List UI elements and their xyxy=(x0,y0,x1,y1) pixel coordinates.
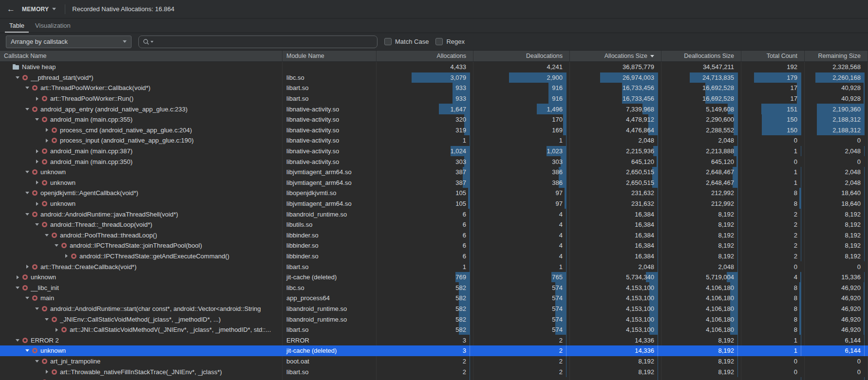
table-row[interactable]: android::AndroidRuntime::javaThreadShell… xyxy=(0,209,868,219)
expand-arrow-icon[interactable] xyxy=(23,265,31,269)
column-header-remaining_size[interactable]: Remaining Size xyxy=(805,51,868,61)
collapse-arrow-icon[interactable] xyxy=(23,349,31,352)
table-row[interactable]: android::IPCThreadState::getAndExecuteCo… xyxy=(0,251,868,262)
collapse-arrow-icon[interactable] xyxy=(43,234,51,236)
table-row[interactable]: art::JNI::CallStaticVoidMethodV(_JNIEnv*… xyxy=(0,325,868,335)
expand-arrow-icon[interactable] xyxy=(14,275,21,279)
table-row[interactable]: android::Thread::_threadLoop(void*)libut… xyxy=(0,219,868,230)
expand-arrow-icon[interactable] xyxy=(62,254,70,258)
column-header-dealloc_size[interactable]: Deallocations Size xyxy=(661,51,741,61)
value-text: 303 xyxy=(455,158,473,165)
method-icon xyxy=(42,159,47,164)
column-header-callstack[interactable]: Callstack Name xyxy=(0,51,283,61)
table-row[interactable]: art::Thread::CreateCallback(void*)libart… xyxy=(0,261,868,272)
table-row[interactable]: process_cmd (android_native_app_glue.c:2… xyxy=(0,125,868,136)
value-text: 0 xyxy=(857,263,868,271)
method-icon xyxy=(52,317,57,322)
table-row[interactable]: unknownjit-cache (deleted)3214,3368,1921… xyxy=(0,345,868,356)
match-case-option[interactable]: Match Case xyxy=(384,38,429,45)
search-input[interactable] xyxy=(155,38,373,45)
table-row[interactable]: android_main (main.cpp:355)libnative-act… xyxy=(0,114,868,125)
collapse-arrow-icon[interactable] xyxy=(23,171,31,173)
expand-arrow-icon[interactable] xyxy=(53,328,60,332)
value-text: 17 xyxy=(791,95,804,102)
column-header-module[interactable]: Module Name xyxy=(283,51,377,61)
expand-arrow-icon[interactable] xyxy=(33,160,41,163)
table-row[interactable]: android_main (main.cpp:350)libnative-act… xyxy=(0,156,868,167)
table-row[interactable]: unknownjit-cache (deleted)7697655,734,34… xyxy=(0,272,868,283)
table-row[interactable]: ERROR 2ERROR3214,3368,19216,144 xyxy=(0,335,868,345)
expand-arrow-icon[interactable] xyxy=(43,370,51,374)
collapse-arrow-icon[interactable] xyxy=(23,108,31,110)
collapse-arrow-icon[interactable] xyxy=(53,244,60,247)
regex-option[interactable]: Regex xyxy=(435,38,465,45)
column-header-allocations[interactable]: Allocations xyxy=(377,51,473,61)
search-history-button[interactable] xyxy=(143,38,153,45)
tab-table[interactable]: Table xyxy=(4,18,30,33)
expand-arrow-icon[interactable] xyxy=(43,128,51,132)
collapse-arrow-icon[interactable] xyxy=(23,87,31,89)
regex-checkbox[interactable] xyxy=(435,38,443,45)
collapse-arrow-icon[interactable] xyxy=(33,118,41,121)
table-row[interactable]: mainapp_process645825744,153,1004,106,18… xyxy=(0,293,868,304)
memory-session-dropdown[interactable]: MEMORY xyxy=(20,6,58,13)
method-icon xyxy=(42,222,47,227)
search-field[interactable] xyxy=(138,36,377,48)
collapse-arrow-icon[interactable] xyxy=(14,76,21,79)
table-row[interactable]: android_main (main.cpp:387)libnative-act… xyxy=(0,146,868,157)
deallocations-cell: 4 xyxy=(473,230,570,241)
alloc_size-cell: 4,153,100 xyxy=(570,304,661,314)
collapse-arrow-icon[interactable] xyxy=(43,318,51,321)
table-row[interactable]: android::PoolThread::threadLoop()libbind… xyxy=(0,230,868,241)
table-row[interactable]: Native heap4,4334,24136,875,77934,547,21… xyxy=(0,62,868,72)
table-row[interactable]: __libc_initlibc.so5825744,153,1004,106,1… xyxy=(0,282,868,293)
deallocations-cell: 1 xyxy=(473,261,570,272)
table-row[interactable]: art_jni_trampolineboot.oat228,1928,19200 xyxy=(0,356,868,367)
value-text: 16,733,456 xyxy=(623,95,661,102)
table-row[interactable]: __pthread_start(void*)libc.so3,0792,9002… xyxy=(0,72,868,83)
expand-arrow-icon[interactable] xyxy=(33,97,41,101)
expand-arrow-icon[interactable] xyxy=(43,139,51,143)
expand-arrow-icon[interactable] xyxy=(33,202,41,206)
module-name-cell: jit-cache (deleted) xyxy=(283,345,377,356)
value-text: 40,928 xyxy=(841,84,868,91)
table-row[interactable]: openjdkjvmti::AgentCallback(void*)libope… xyxy=(0,188,868,199)
expand-arrow-icon[interactable] xyxy=(33,181,41,184)
callstack-name: android::AndroidRuntime::javaThreadShell… xyxy=(40,211,178,218)
column-header-deallocations[interactable]: Deallocations xyxy=(473,51,570,61)
match-case-checkbox[interactable] xyxy=(384,38,392,45)
table-row[interactable]: android_app_entry (android_native_app_gl… xyxy=(0,104,868,114)
tab-visualization[interactable]: Visualization xyxy=(30,18,76,33)
table-row[interactable]: unknownlibart.so106,144016,144 xyxy=(0,377,868,380)
column-header-total_count[interactable]: Total Count xyxy=(741,51,805,61)
table-row[interactable]: unknownlibjvmtiagent_arm64.so3873862,650… xyxy=(0,167,868,178)
expand-arrow-icon[interactable] xyxy=(33,149,41,153)
table-row[interactable]: _JNIEnv::CallStaticVoidMethod(_jclass*, … xyxy=(0,314,868,325)
collapse-arrow-icon[interactable] xyxy=(23,297,31,299)
arrange-by-dropdown[interactable]: Arrange by callstack xyxy=(6,36,132,48)
table-row[interactable]: unknownlibjvmtiagent_arm64.so10597231,63… xyxy=(0,199,868,209)
collapse-arrow-icon[interactable] xyxy=(14,287,21,289)
table-row[interactable]: android::IPCThreadState::joinThreadPool(… xyxy=(0,240,868,251)
table-row[interactable]: process_input (android_native_app_glue.c… xyxy=(0,135,868,146)
alloc_size-cell: 2,650,515 xyxy=(570,167,661,178)
callstack-cell: unknown xyxy=(0,199,283,209)
collapse-arrow-icon[interactable] xyxy=(23,213,31,216)
value-text: 4,106,180 xyxy=(706,316,741,323)
table-row[interactable]: art::Throwable_nativeFillInStackTrace(_J… xyxy=(0,366,868,377)
table-row[interactable]: android::AndroidRuntime::start(char cons… xyxy=(0,304,868,314)
collapse-arrow-icon[interactable] xyxy=(23,192,31,194)
alloc_size-cell: 14,336 xyxy=(570,345,661,356)
collapse-arrow-icon[interactable] xyxy=(33,360,41,362)
collapse-arrow-icon[interactable] xyxy=(14,339,21,342)
back-button[interactable]: ← xyxy=(7,5,15,13)
allocations-cell: 6 xyxy=(377,230,473,241)
value-text: 17 xyxy=(791,84,804,91)
collapse-arrow-icon[interactable] xyxy=(33,308,41,310)
table-row[interactable]: unknownlibjvmtiagent_arm64.so3873862,650… xyxy=(0,178,868,188)
table-row[interactable]: art::ThreadPoolWorker::Run()libart.so933… xyxy=(0,93,868,104)
column-header-alloc_size[interactable]: Allocations Size xyxy=(570,51,661,61)
collapse-arrow-icon[interactable] xyxy=(33,223,41,226)
dealloc_size-cell: 8,192 xyxy=(661,240,741,251)
table-row[interactable]: art::ThreadPoolWorker::Callback(void*)li… xyxy=(0,83,868,93)
